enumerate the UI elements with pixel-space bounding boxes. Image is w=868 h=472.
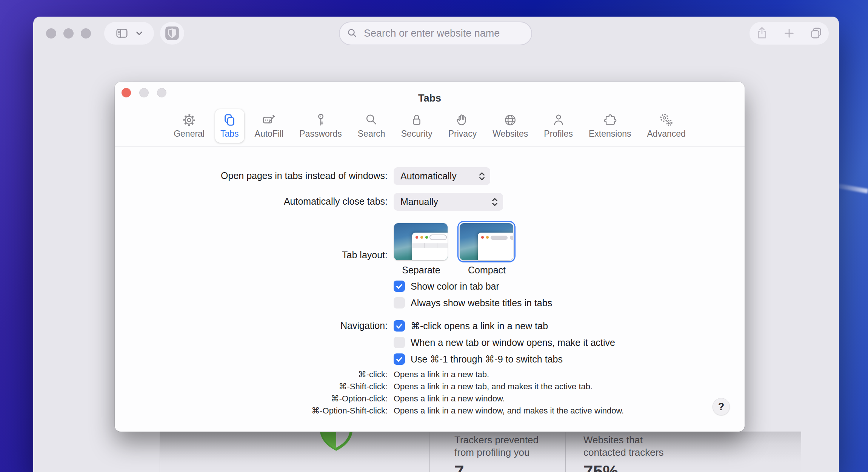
key-icon xyxy=(314,113,328,127)
tab-label: Passwords xyxy=(299,129,342,139)
checkbox-label: ⌘-click opens a link in a new tab xyxy=(411,321,548,332)
shield-extension-icon xyxy=(164,25,180,41)
tab-tabs[interactable]: Tabs xyxy=(215,109,244,143)
puzzle-icon xyxy=(603,113,617,127)
layout-option-label: Compact xyxy=(457,265,516,276)
share-icon[interactable] xyxy=(755,26,769,40)
open-pages-label: Open pages in tabs instead of windows: xyxy=(221,170,388,181)
minimize-button[interactable] xyxy=(63,28,74,39)
tab-label: Search xyxy=(358,129,385,139)
shield-extension-button[interactable] xyxy=(160,22,184,45)
shortcut-key: ⌘-Option-Shift-click: xyxy=(311,406,388,416)
stat-trackers-prevented: Trackers prevented from profiling you 7 xyxy=(454,434,549,472)
close-tabs-label: Automatically close tabs: xyxy=(284,196,388,207)
tab-privacy[interactable]: Privacy xyxy=(443,109,482,143)
tab-general[interactable]: General xyxy=(168,109,210,143)
checkbox-label: Show color in tab bar xyxy=(411,281,499,292)
tab-label: Advanced xyxy=(647,129,686,139)
show-color-checkbox[interactable] xyxy=(394,281,405,292)
stat-value: 7 xyxy=(454,461,549,472)
separate-layout-thumbnail xyxy=(394,223,448,260)
divider xyxy=(565,432,566,472)
checkbox-label: When a new tab or window opens, make it … xyxy=(411,337,615,348)
dropdown-value: Automatically xyxy=(400,171,457,182)
question-mark: ? xyxy=(718,401,725,413)
new-tab-active-row: When a new tab or window opens, make it … xyxy=(394,336,615,349)
tab-label: General xyxy=(174,129,205,139)
divider xyxy=(429,432,430,472)
tab-websites[interactable]: Websites xyxy=(487,109,533,143)
person-icon xyxy=(551,113,566,127)
close-tabs-dropdown[interactable]: Manually xyxy=(394,193,503,211)
safari-window: Trackers prevented from profiling you 7 … xyxy=(33,17,839,472)
stat-label: Websites that contacted trackers xyxy=(583,434,679,459)
window-traffic-lights xyxy=(46,28,91,39)
tab-label: Profiles xyxy=(544,129,573,139)
shortcut-row: ⌘-Option-click: Opens a link in a new wi… xyxy=(115,394,745,406)
layout-option-label: Separate xyxy=(392,265,451,276)
magnifier-icon xyxy=(364,113,379,127)
layout-option-separate[interactable]: Separate xyxy=(392,221,451,276)
show-color-row: Show color in tab bar xyxy=(394,280,499,293)
stat-websites-contacted: Websites that contacted trackers 75% xyxy=(583,434,679,472)
shortcut-help-block: ⌘-click: Opens a link in a new tab. ⌘-Sh… xyxy=(115,370,745,418)
stat-value: 75% xyxy=(583,461,679,472)
autofill-icon xyxy=(262,113,276,127)
tab-advanced[interactable]: Advanced xyxy=(642,109,691,143)
globe-icon xyxy=(503,113,517,127)
website-titles-row: Always show website titles in tabs xyxy=(394,296,552,309)
settings-dialog: Tabs General Tabs xyxy=(115,82,745,432)
tab-label: Websites xyxy=(492,129,528,139)
new-tab-active-checkbox[interactable] xyxy=(394,337,405,348)
tab-search[interactable]: Search xyxy=(352,109,391,143)
cmd-click-checkbox[interactable] xyxy=(394,320,405,332)
stat-label: Trackers prevented from profiling you xyxy=(454,434,549,459)
tabs-icon xyxy=(222,113,237,127)
cmd-click-row: ⌘-click opens a link in a new tab xyxy=(394,319,548,332)
search-input[interactable] xyxy=(339,22,532,45)
tab-profiles[interactable]: Profiles xyxy=(539,109,578,143)
website-titles-checkbox[interactable] xyxy=(394,297,405,308)
chevron-up-down-icon xyxy=(491,196,499,208)
new-tab-icon[interactable] xyxy=(782,26,796,40)
tab-label: Tabs xyxy=(220,129,239,139)
shortcut-row: ⌘-click: Opens a link in a new tab. xyxy=(115,370,745,382)
toolbar-separator xyxy=(115,147,745,147)
zoom-button[interactable] xyxy=(81,28,91,39)
shortcut-key: ⌘-Option-click: xyxy=(331,394,388,404)
hand-icon xyxy=(455,113,469,127)
tab-layout-label: Tab layout: xyxy=(342,250,388,261)
privacy-report-page: Trackers prevented from profiling you 7 … xyxy=(160,432,801,472)
sidebar-icon xyxy=(115,26,129,40)
tab-overview-icon[interactable] xyxy=(809,26,823,40)
navigation-label: Navigation: xyxy=(340,320,388,331)
privacy-shield-icon xyxy=(319,432,354,452)
gear-icon xyxy=(182,113,196,127)
toolbar-right-group xyxy=(749,22,829,45)
switch-tabs-row: Use ⌘-1 through ⌘-9 to switch tabs xyxy=(394,353,563,366)
shortcut-desc: Opens a link in a new window. xyxy=(394,394,505,404)
checkbox-label: Use ⌘-1 through ⌘-9 to switch tabs xyxy=(411,354,563,365)
sidebar-toggle-group[interactable] xyxy=(104,22,154,45)
lock-icon xyxy=(409,113,424,127)
open-pages-dropdown[interactable]: Automatically xyxy=(394,167,490,185)
shortcut-key: ⌘-click: xyxy=(358,370,388,379)
checkbox-label: Always show website titles in tabs xyxy=(411,298,552,308)
layout-option-compact[interactable]: Compact xyxy=(457,221,516,276)
help-button[interactable]: ? xyxy=(713,398,730,415)
dialog-title: Tabs xyxy=(115,93,745,104)
address-bar xyxy=(339,22,532,45)
tab-label: Extensions xyxy=(589,129,631,139)
settings-toolbar: General Tabs xyxy=(115,105,745,146)
compact-layout-thumbnail xyxy=(460,223,513,260)
switch-tabs-checkbox[interactable] xyxy=(394,353,405,365)
close-button[interactable] xyxy=(46,28,56,39)
tab-extensions[interactable]: Extensions xyxy=(583,109,637,143)
tab-autofill[interactable]: AutoFill xyxy=(249,109,289,143)
tab-passwords[interactable]: Passwords xyxy=(294,109,347,143)
shortcut-row: ⌘-Option-Shift-click: Opens a link in a … xyxy=(115,406,745,418)
shortcut-key: ⌘-Shift-click: xyxy=(339,382,388,392)
tab-security[interactable]: Security xyxy=(396,109,438,143)
shortcut-desc: Opens a link in a new window, and makes … xyxy=(394,406,624,416)
shortcut-row: ⌘-Shift-click: Opens a link in a new tab… xyxy=(115,382,745,394)
